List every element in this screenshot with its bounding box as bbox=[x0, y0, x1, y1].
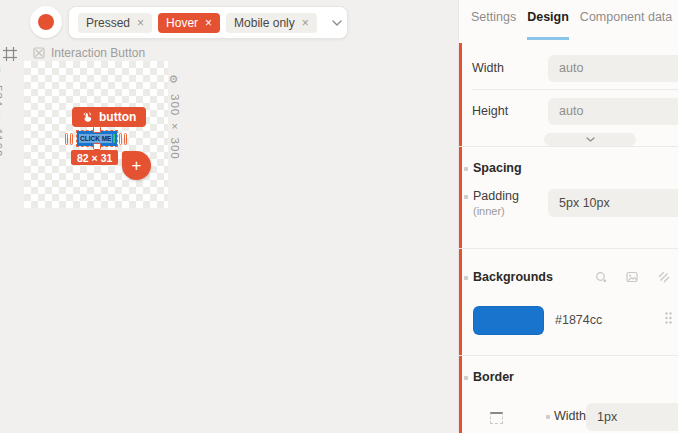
frame-title: Interaction Button bbox=[51, 46, 145, 60]
backgrounds-section-title[interactable]: Backgrounds bbox=[473, 270, 553, 284]
offscreen-artboard-size-label: ⚙ 534 × 1160 bbox=[0, 64, 4, 157]
element-tag-badge[interactable]: button bbox=[72, 107, 146, 127]
border-side-picker-icon[interactable] bbox=[490, 412, 503, 424]
record-icon bbox=[38, 14, 54, 30]
collapse-marker bbox=[464, 195, 468, 199]
height-input[interactable]: auto bbox=[548, 98, 678, 125]
variant-chip-label: Hover bbox=[166, 16, 198, 30]
collapse-marker bbox=[464, 167, 468, 171]
right-panel: Settings Design Component data Width aut… bbox=[458, 0, 678, 433]
variant-chip-label: Mobile only bbox=[234, 16, 295, 30]
expand-size-options-button[interactable] bbox=[544, 133, 636, 146]
border-width-input[interactable]: 1px bbox=[586, 403, 678, 431]
plus-icon: + bbox=[132, 156, 142, 176]
section-divider bbox=[459, 355, 678, 356]
resize-handle-bottom[interactable] bbox=[93, 143, 101, 150]
frame-tool-icon[interactable] bbox=[3, 47, 17, 61]
record-variant-button[interactable] bbox=[30, 6, 62, 38]
section-divider bbox=[459, 146, 678, 147]
height-label: Height bbox=[472, 104, 508, 118]
padding-handle-right[interactable] bbox=[119, 133, 127, 145]
collapse-marker bbox=[464, 276, 468, 280]
row-divider bbox=[472, 89, 678, 90]
gear-icon[interactable]: ⚙ bbox=[168, 73, 181, 87]
panel-tabs: Settings Design Component data bbox=[459, 0, 678, 40]
add-button[interactable]: + bbox=[122, 151, 151, 180]
remove-variant-icon[interactable]: × bbox=[137, 17, 144, 29]
text-caret bbox=[113, 134, 115, 143]
padding-label: Padding bbox=[473, 189, 519, 203]
image-fill-icon[interactable] bbox=[626, 271, 638, 283]
variant-chips-bar: Pressed × Hover × Mobile only × bbox=[68, 6, 348, 39]
variant-chip-label: Pressed bbox=[86, 16, 130, 30]
collapse-marker bbox=[464, 376, 468, 380]
width-label: Width bbox=[472, 61, 504, 75]
drag-handle-icon[interactable] bbox=[664, 311, 673, 325]
component-icon bbox=[33, 47, 45, 59]
variant-chip-hover[interactable]: Hover × bbox=[158, 13, 220, 33]
tab-settings[interactable]: Settings bbox=[471, 0, 516, 40]
artboard-size-label: ⚙ 300 × 300 bbox=[168, 73, 181, 160]
pattern-fill-icon[interactable] bbox=[658, 271, 670, 283]
color-fill-icon[interactable] bbox=[595, 271, 607, 283]
tab-component-data[interactable]: Component data bbox=[580, 0, 672, 40]
collapse-marker bbox=[546, 415, 550, 419]
padding-note: (inner) bbox=[473, 205, 505, 217]
frame-header[interactable]: Interaction Button bbox=[33, 46, 145, 60]
gear-icon[interactable]: ⚙ bbox=[0, 64, 4, 78]
canvas-area[interactable]: Pressed × Hover × Mobile only × Interact… bbox=[0, 0, 458, 433]
recording-accent-strip bbox=[459, 43, 462, 433]
remove-variant-icon[interactable]: × bbox=[205, 17, 212, 29]
border-section-title[interactable]: Border bbox=[473, 370, 514, 384]
spacing-section-title[interactable]: Spacing bbox=[473, 161, 522, 175]
variant-chip-mobile-only[interactable]: Mobile only × bbox=[226, 13, 317, 33]
border-width-label: Width bbox=[554, 409, 586, 423]
remove-variant-icon[interactable]: × bbox=[302, 17, 309, 29]
padding-input[interactable]: 5px 10px bbox=[548, 189, 678, 217]
selection-size-badge: 82 × 31 bbox=[71, 150, 118, 165]
section-divider bbox=[459, 248, 678, 249]
resize-handle-top[interactable] bbox=[93, 126, 101, 133]
tag-label: button bbox=[99, 110, 136, 124]
tab-design[interactable]: Design bbox=[527, 0, 569, 40]
variant-chip-pressed[interactable]: Pressed × bbox=[78, 13, 152, 33]
background-color-hex[interactable]: #1874cc bbox=[555, 313, 602, 327]
chevron-down-icon bbox=[586, 137, 595, 142]
padding-handle-left[interactable] bbox=[65, 133, 73, 145]
button-text[interactable]: CLICK ME bbox=[79, 134, 112, 143]
background-color-swatch[interactable] bbox=[473, 306, 544, 335]
chevron-down-icon[interactable] bbox=[332, 20, 342, 26]
width-input[interactable]: auto bbox=[548, 55, 678, 82]
tap-icon bbox=[82, 112, 93, 123]
